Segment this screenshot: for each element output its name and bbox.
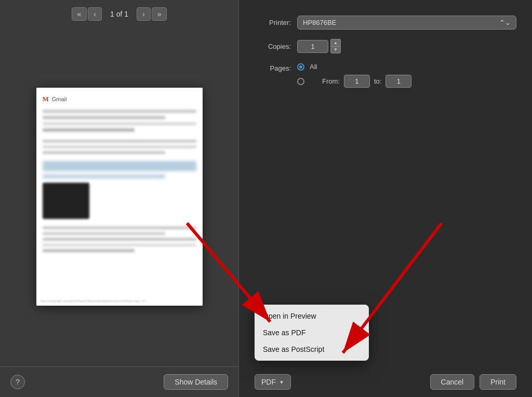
pages-from-row: From: to: xyxy=(297,75,411,88)
copies-label: Copies: xyxy=(255,43,291,50)
page-count: 1 of 1 xyxy=(110,10,128,18)
gmail-label: Gmail xyxy=(52,96,67,102)
pdf-button-label: PDF xyxy=(261,378,276,386)
cancel-button[interactable]: Cancel xyxy=(430,374,475,390)
next-nav-group[interactable]: › » xyxy=(137,7,167,21)
copies-input-group: ▲ ▼ xyxy=(297,39,341,53)
copies-increment-button[interactable]: ▲ xyxy=(330,39,341,46)
action-bar: PDF ▼ Open in Preview Save as PDF Save a… xyxy=(255,367,516,397)
pages-label: Pages: xyxy=(255,64,291,72)
copies-field[interactable] xyxy=(297,40,328,53)
pages-all-row: All xyxy=(297,63,411,71)
pages-from-radio[interactable] xyxy=(297,78,304,85)
from-input[interactable] xyxy=(344,75,370,88)
nav-bar: « ‹ 1 of 1 › » xyxy=(0,0,238,27)
copies-row: Copies: ▲ ▼ xyxy=(255,39,516,53)
show-details-button[interactable]: Show Details xyxy=(164,374,228,390)
pages-all-label: All xyxy=(310,63,317,71)
to-label: to: xyxy=(374,77,381,85)
pages-row: Pages: All From: to: xyxy=(255,63,516,88)
pdf-button[interactable]: PDF ▼ xyxy=(255,374,291,390)
pdf-dropdown-menu: Open in Preview Save as PDF Save as Post… xyxy=(255,305,369,361)
next-next-button[interactable]: » xyxy=(152,7,167,21)
prev-nav-group[interactable]: « ‹ xyxy=(72,7,102,21)
pdf-menu-open-preview[interactable]: Open in Preview xyxy=(255,308,369,324)
pdf-menu-save-postscript[interactable]: Save as PostScript xyxy=(255,341,369,358)
copies-stepper: ▲ ▼ xyxy=(330,39,341,53)
pdf-button-container: PDF ▼ Open in Preview Save as PDF Save a… xyxy=(255,374,291,390)
help-button[interactable]: ? xyxy=(10,375,25,389)
copies-decrement-button[interactable]: ▼ xyxy=(330,46,341,53)
printer-value: HP8676BE xyxy=(303,19,336,26)
pdf-menu-save-pdf[interactable]: Save as PDF xyxy=(255,324,369,341)
preview-image-block xyxy=(43,183,89,219)
to-input[interactable] xyxy=(385,75,411,88)
printer-dropdown-arrow-icon: ⌃⌄ xyxy=(499,19,511,26)
from-to-container: From: to: xyxy=(322,75,411,88)
printer-dropdown[interactable]: HP8676BE ⌃⌄ xyxy=(297,16,516,30)
pages-all-radio[interactable] xyxy=(297,63,304,71)
next-button[interactable]: › xyxy=(137,7,151,21)
printer-row: Printer: HP8676BE ⌃⌄ xyxy=(255,16,516,30)
preview-area: M Gmail xyxy=(21,27,218,366)
printer-select-container: HP8676BE ⌃⌄ xyxy=(297,16,516,30)
gmail-m-icon: M xyxy=(43,95,49,103)
prev-prev-button[interactable]: « xyxy=(72,7,87,21)
preview-panel: « ‹ 1 of 1 › » M Gmail xyxy=(0,0,239,397)
page-thumbnail: M Gmail xyxy=(36,88,203,306)
printer-label: Printer: xyxy=(255,19,291,26)
print-settings-panel: Printer: HP8676BE ⌃⌄ Copies: ▲ ▼ Pages: xyxy=(239,0,532,397)
prev-button[interactable]: ‹ xyxy=(88,7,102,21)
pdf-dropdown-arrow-icon: ▼ xyxy=(279,379,284,385)
print-button[interactable]: Print xyxy=(480,374,516,390)
preview-footer: https://mail.google.com/mail/u/0/#inbox/… xyxy=(41,299,198,303)
from-label: From: xyxy=(322,77,340,85)
pages-group: All From: to: xyxy=(297,63,411,88)
bottom-bar-left: ? Show Details xyxy=(0,366,238,397)
